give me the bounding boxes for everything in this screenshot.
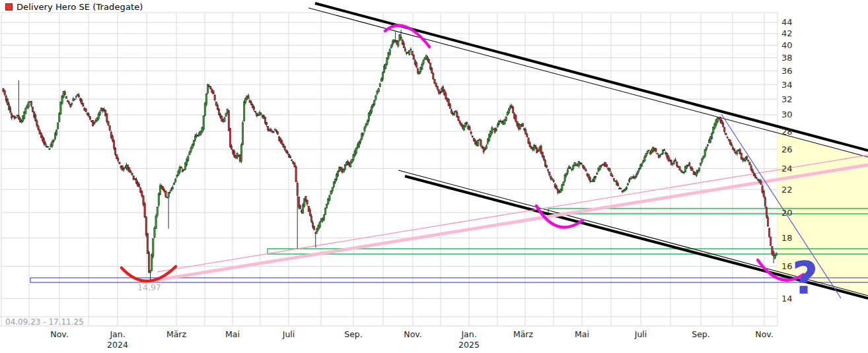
svg-text:32: 32	[781, 94, 793, 104]
svg-text:14: 14	[781, 294, 793, 304]
svg-text:Jan.: Jan.	[109, 329, 125, 339]
svg-text:22: 22	[781, 185, 793, 195]
svg-text:20: 20	[781, 208, 793, 218]
stock-chart-window: Delivery Hero SE (Tradegate) 14161820222…	[0, 0, 868, 353]
low-price-label: 14,97	[137, 282, 161, 292]
svg-text:Mai: Mai	[225, 329, 240, 339]
svg-text:18: 18	[781, 233, 793, 243]
question-mark-annotation: ?	[792, 255, 818, 302]
svg-text:40: 40	[781, 40, 793, 50]
svg-text:März: März	[166, 329, 187, 339]
svg-text:24: 24	[781, 164, 793, 174]
svg-text:Sep.: Sep.	[344, 329, 363, 339]
svg-text:34: 34	[781, 80, 793, 90]
candlestick-chart: 14161820222426283032343638404244Nov.Jan.…	[0, 0, 868, 353]
svg-text:16: 16	[781, 261, 793, 271]
svg-text:März: März	[513, 329, 534, 339]
svg-text:Juli: Juli	[634, 329, 647, 339]
chart-title-bar: Delivery Hero SE (Tradegate)	[5, 2, 143, 12]
date-range-label: 04.09.23 - 17.11.25	[5, 317, 84, 327]
chart-title: Delivery Hero SE (Tradegate)	[17, 2, 143, 12]
svg-text:Nov.: Nov.	[755, 329, 773, 339]
svg-text:Juli: Juli	[282, 329, 295, 339]
svg-text:28: 28	[781, 127, 793, 137]
svg-text:2025: 2025	[458, 340, 480, 350]
svg-text:44: 44	[781, 17, 793, 27]
svg-text:30: 30	[781, 110, 793, 119]
svg-text:Jan.: Jan.	[460, 329, 476, 339]
svg-text:Nov.: Nov.	[404, 329, 421, 339]
svg-text:36: 36	[781, 66, 793, 76]
svg-text:38: 38	[781, 53, 793, 63]
svg-text:42: 42	[781, 28, 793, 38]
series-color-swatch-icon	[5, 3, 13, 11]
svg-text:Nov.: Nov.	[50, 329, 68, 339]
svg-text:Mai: Mai	[575, 329, 589, 339]
x-axis-labels: Nov.Jan.2024MärzMaiJuliSep.Nov.Jan.2025M…	[50, 329, 773, 350]
svg-text:Sep.: Sep.	[692, 329, 710, 339]
grid	[0, 13, 778, 326]
svg-text:26: 26	[781, 144, 793, 154]
svg-text:2024: 2024	[107, 340, 128, 350]
